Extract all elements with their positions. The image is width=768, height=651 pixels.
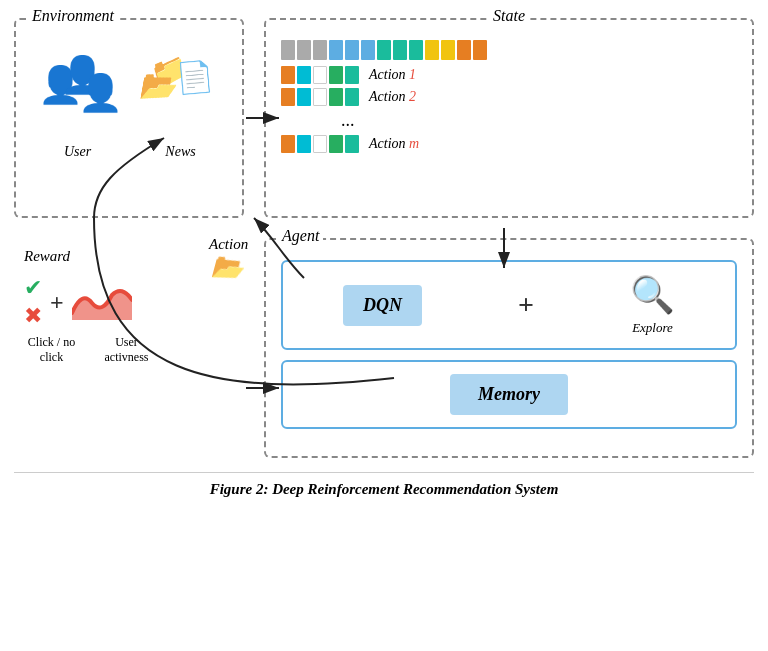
state-block-8 <box>393 40 407 60</box>
folder-icon-2: 📂 <box>138 66 181 107</box>
user-icons: 👤 👤 👤 <box>38 54 118 134</box>
magnify-icon: 🔍 <box>630 274 675 316</box>
environment-box: Environment 👤 👤 👤 User 📁 📂 <box>14 18 244 218</box>
check-mark: ✔ <box>24 275 42 301</box>
wave-icon <box>72 285 132 320</box>
explore-label: Explore <box>632 320 673 336</box>
a2-block-4 <box>329 88 343 106</box>
a2-block-5 <box>345 88 359 106</box>
env-user: 👤 👤 👤 User <box>38 54 118 160</box>
action2-label: Action 2 <box>369 89 416 105</box>
state-label: State <box>489 7 529 25</box>
action1-num: 1 <box>409 67 416 82</box>
a2-block-2 <box>297 88 311 106</box>
agent-label: Agent <box>278 227 323 245</box>
environment-label: Environment <box>28 7 118 25</box>
folder-icon-3: 📄 <box>174 57 214 95</box>
am-block-5 <box>345 135 359 153</box>
state-block-3 <box>313 40 327 60</box>
reward-label: Reward <box>24 248 70 265</box>
action-floating-area: Action 📂 <box>209 236 248 284</box>
explore-section: 🔍 Explore <box>630 274 675 336</box>
state-block-9 <box>409 40 423 60</box>
a2-block-3 <box>313 88 327 106</box>
state-block-10 <box>425 40 439 60</box>
action-floating-label: Action <box>209 236 248 253</box>
user-label: User <box>64 144 91 160</box>
reward-plus: + <box>50 289 64 316</box>
state-block-11 <box>441 40 455 60</box>
bottom-row: Reward ✔ ✖ + Click / no click User act <box>14 238 754 458</box>
state-block-12 <box>457 40 471 60</box>
action2-row: Action 2 <box>281 88 737 106</box>
a1-block-3 <box>313 66 327 84</box>
state-bar <box>281 40 737 60</box>
person-icon-3: 👤 <box>78 72 123 114</box>
env-news: 📁 📂 📄 News <box>141 54 221 160</box>
action1-bar <box>281 66 359 84</box>
state-block-6 <box>361 40 375 60</box>
memory-block: Memory <box>450 374 568 415</box>
news-label: News <box>165 144 195 160</box>
actionm-num: m <box>409 136 419 151</box>
action2-bar <box>281 88 359 106</box>
dqn-explore-inner: DQN + 🔍 Explore <box>281 260 737 350</box>
a1-block-5 <box>345 66 359 84</box>
state-block-1 <box>281 40 295 60</box>
state-block-13 <box>473 40 487 60</box>
am-block-1 <box>281 135 295 153</box>
cross-mark: ✖ <box>24 303 42 329</box>
top-row: Environment 👤 👤 👤 User 📁 📂 <box>14 18 754 218</box>
am-block-4 <box>329 135 343 153</box>
dots-label: ... <box>281 110 737 131</box>
state-block-2 <box>297 40 311 60</box>
diagram-wrapper: Environment 👤 👤 👤 User 📁 📂 <box>14 18 754 458</box>
action1-label: Action 1 <box>369 67 416 83</box>
action1-row: Action 1 <box>281 66 737 84</box>
agent-box: Agent DQN + 🔍 Explore Memory <box>264 238 754 458</box>
actionm-label: Action m <box>369 136 419 152</box>
am-block-2 <box>297 135 311 153</box>
env-icons: 👤 👤 👤 User 📁 📂 📄 News <box>26 40 232 160</box>
click-icons: ✔ ✖ <box>24 275 42 329</box>
a1-block-4 <box>329 66 343 84</box>
state-block-7 <box>377 40 391 60</box>
dqn-block: DQN <box>343 285 422 326</box>
a1-block-1 <box>281 66 295 84</box>
state-block-4 <box>329 40 343 60</box>
action-floating-icon: 📂 <box>209 249 248 287</box>
actionm-row: Action m <box>281 135 737 153</box>
news-icons: 📁 📂 📄 <box>141 54 221 134</box>
figure-caption: Figure 2: Deep Reinforcement Recommendat… <box>14 472 754 504</box>
memory-inner: Memory <box>281 360 737 429</box>
a1-block-2 <box>297 66 311 84</box>
state-block-5 <box>345 40 359 60</box>
am-block-3 <box>313 135 327 153</box>
reward-content: ✔ ✖ + <box>24 275 132 329</box>
a2-block-1 <box>281 88 295 106</box>
click-sublabel: Click / no click <box>24 335 79 365</box>
action2-num: 2 <box>409 89 416 104</box>
reward-sublabels: Click / no click User activness <box>24 335 154 365</box>
state-box: State <box>264 18 754 218</box>
actionm-bar <box>281 135 359 153</box>
agent-plus: + <box>518 289 534 321</box>
user-activness-sublabel: User activness <box>99 335 154 365</box>
